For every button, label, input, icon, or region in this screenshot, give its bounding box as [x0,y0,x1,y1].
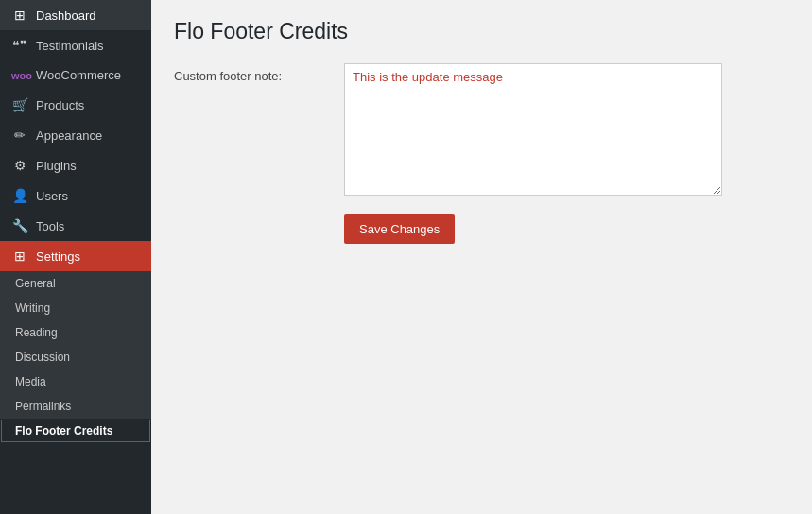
submenu-item-reading[interactable]: Reading [0,320,151,345]
submenu-item-flo-footer-credits[interactable]: Flo Footer Credits [0,419,151,443]
submenu-item-media[interactable]: Media [0,369,151,394]
sidebar-item-woocommerce[interactable]: woo WooCommerce [0,60,151,90]
form-row-footer-note: Custom footer note: [174,63,789,196]
page-title: Flo Footer Credits [174,19,789,44]
submenu-item-general[interactable]: General [0,271,151,296]
dashboard-icon: ⊞ [11,8,28,23]
sidebar-item-label: Appearance [36,128,102,143]
sidebar-item-label: Dashboard [36,9,96,23]
sidebar-item-plugins[interactable]: ⚙ Plugins [0,150,151,180]
sidebar-item-label: WooCommerce [36,68,121,82]
save-button-row: Save Changes [174,214,789,244]
sidebar-item-users[interactable]: 👤 Users [0,180,151,211]
settings-submenu: General Writing Reading Discussion Media… [0,271,151,443]
sidebar-item-label: Settings [36,249,80,264]
main-content: Flo Footer Credits Custom footer note: S… [151,0,812,514]
sidebar-item-settings[interactable]: ⊞ Settings [0,241,151,271]
sidebar-item-dashboard[interactable]: ⊞ Dashboard [0,0,151,30]
submenu-item-permalinks[interactable]: Permalinks [0,394,151,419]
submenu-item-writing[interactable]: Writing [0,296,151,320]
users-icon: 👤 [11,188,28,203]
tools-icon: 🔧 [11,218,28,233]
sidebar-item-products[interactable]: 🛒 Products [0,90,151,120]
plugins-icon: ⚙ [11,158,28,173]
sidebar-item-label: Testimonials [36,39,104,53]
footer-note-textarea[interactable] [344,63,722,196]
settings-icon: ⊞ [11,248,28,264]
sidebar-item-label: Plugins [36,159,77,173]
submenu-item-discussion[interactable]: Discussion [0,345,151,369]
sidebar: ⊞ Dashboard ❝❞ Testimonials woo WooComme… [0,0,151,514]
sidebar-item-testimonials[interactable]: ❝❞ Testimonials [0,30,151,60]
save-changes-button[interactable]: Save Changes [344,214,455,244]
sidebar-item-label: Tools [36,219,64,233]
sidebar-item-tools[interactable]: 🔧 Tools [0,211,151,241]
appearance-icon: ✏ [11,128,28,143]
sidebar-item-label: Users [36,189,68,203]
sidebar-item-appearance[interactable]: ✏ Appearance [0,120,151,150]
products-icon: 🛒 [11,97,28,112]
testimonials-icon: ❝❞ [11,38,28,53]
sidebar-item-label: Products [36,98,84,112]
form-label-footer-note: Custom footer note: [174,63,325,83]
woocommerce-icon: woo [11,70,28,81]
